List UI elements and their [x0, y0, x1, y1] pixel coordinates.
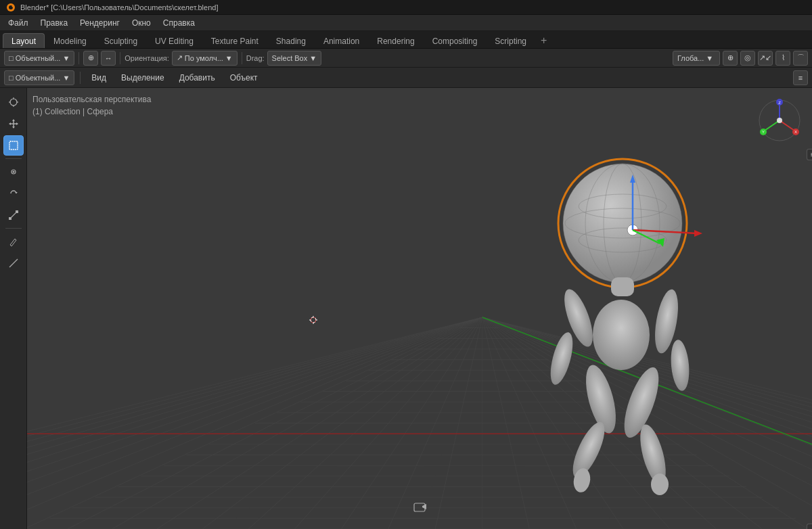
mode-dropdown-icon: ▼ [62, 54, 70, 62]
viewport-settings-icon[interactable]: ≡ [793, 70, 808, 85]
select-box-label: Select Box [272, 54, 308, 62]
rotate-tool[interactable] [3, 183, 24, 204]
window-title: Blender* [C:\Users\Пользователь\Document… [20, 3, 218, 12]
pivot-btn[interactable]: ⊕ [83, 51, 98, 66]
menu-help[interactable]: Справка [158, 17, 200, 29]
tab-scripting[interactable]: Scripting [486, 33, 535, 48]
header-view[interactable]: Вид [86, 72, 112, 84]
svg-point-3 [10, 99, 17, 106]
mode-select-dropdown[interactable]: □ Объектный... ▼ [4, 51, 74, 66]
collection-label: (1) Collection | Сфера [32, 106, 151, 118]
header-object[interactable]: Объект [225, 72, 263, 84]
menu-edit[interactable]: Правка [35, 17, 74, 29]
header-mode-icon: □ [9, 74, 14, 82]
toolbar-row: □ Объектный... ▼ ⊕ ↔ Ориентация: ↗ По ум… [0, 49, 812, 68]
header-sep-1 [80, 72, 81, 84]
header-add[interactable]: Добавить [174, 72, 221, 84]
svg-text:X: X [794, 130, 797, 134]
menu-file[interactable]: Файл [3, 17, 34, 29]
separator-1 [78, 52, 79, 64]
tab-layout[interactable]: Layout [3, 33, 45, 48]
menu-bar: Файл Правка Рендеринг Окно Справка [0, 15, 812, 31]
perspective-label: Пользовательская перспектива [32, 93, 151, 106]
menu-render[interactable]: Рендеринг [74, 17, 125, 29]
orientation-icon: ↗ [177, 53, 183, 62]
measure-tool[interactable] [3, 253, 24, 273]
navigation-gizmo[interactable]: Z X Y [752, 93, 807, 147]
svg-rect-20 [16, 210, 18, 213]
svg-rect-14 [9, 141, 18, 150]
header-select[interactable]: Выделение [116, 72, 170, 84]
svg-point-54 [593, 300, 650, 370]
tab-sculpting[interactable]: Sculpting [95, 33, 146, 48]
transform-tool[interactable] [3, 162, 24, 182]
mode-label: Объектный... [16, 54, 61, 62]
orientation-value: По умолч... [185, 54, 223, 62]
svg-marker-13 [16, 122, 18, 125]
svg-point-64 [651, 474, 669, 495]
toolbar-icon-3[interactable]: ⌒ [793, 51, 808, 66]
svg-marker-50 [694, 230, 702, 237]
svg-text:Y: Y [762, 130, 765, 134]
orientation-dropdown[interactable]: ↗ По умолч... ▼ [172, 51, 238, 66]
tab-modeling[interactable]: Modeling [45, 33, 95, 48]
move-btn[interactable]: ↔ [101, 51, 116, 66]
zoom-out-btn[interactable]: − [807, 524, 812, 529]
gizmo-btn[interactable]: ≡ [807, 149, 812, 160]
svg-point-36 [777, 118, 782, 123]
svg-line-25 [16, 259, 18, 260]
svg-marker-17 [15, 192, 18, 193]
move-tool[interactable] [3, 114, 24, 134]
3d-cursor [308, 315, 319, 325]
header-info-row: □ Объектный... ▼ Вид Выделение Добавить … [0, 68, 812, 88]
menu-window[interactable]: Окно [127, 17, 156, 29]
svg-point-66 [311, 317, 316, 323]
tab-compositing[interactable]: Compositing [424, 33, 487, 48]
tool-separator-1 [5, 158, 22, 159]
annotate-tool[interactable] [3, 231, 24, 252]
separator-3 [242, 52, 242, 64]
viewport[interactable]: Пользовательская перспектива (1) Collect… [27, 88, 812, 529]
global-dropdown[interactable]: Глоба... ▼ [673, 51, 720, 66]
tab-animation[interactable]: Animation [315, 33, 368, 48]
svg-point-58 [669, 339, 692, 392]
svg-marker-72 [422, 504, 426, 509]
svg-line-24 [9, 266, 11, 267]
separator-2 [120, 52, 120, 64]
snapping-btn[interactable]: ⊕ [723, 51, 738, 66]
character-scene [453, 142, 792, 529]
svg-text:Z: Z [778, 101, 781, 105]
blender-logo [5, 2, 16, 13]
workspace-tabs: Layout Modeling Sculpting UV Editing Tex… [0, 31, 812, 49]
tab-texture-paint[interactable]: Texture Paint [202, 33, 267, 48]
svg-line-22 [15, 239, 16, 240]
svg-point-38 [563, 164, 682, 283]
viewport-top-right: Z X Y [752, 93, 807, 147]
select-box-dropdown[interactable]: Select Box ▼ [267, 51, 321, 66]
global-label: Глоба... [677, 54, 704, 62]
proportional-btn[interactable]: ◎ [740, 51, 755, 66]
left-toolbar [0, 88, 27, 529]
mode-icon: □ [9, 54, 14, 62]
toolbar-icon-1[interactable]: ↗↙ [758, 51, 773, 66]
title-bar: Blender* [C:\Users\Пользователь\Document… [0, 0, 812, 15]
viewport-info: Пользовательская перспектива (1) Collect… [32, 93, 151, 118]
svg-marker-12 [9, 122, 11, 125]
svg-rect-21 [9, 217, 12, 220]
toolbar-icon-2[interactable]: ⌇ [775, 51, 790, 66]
drag-label: Drag: [246, 54, 265, 62]
add-tab-button[interactable]: + [535, 33, 552, 48]
svg-marker-10 [12, 119, 15, 121]
tab-shading[interactable]: Shading [267, 33, 315, 48]
svg-point-16 [12, 171, 14, 173]
tab-rendering[interactable]: Rendering [368, 33, 423, 48]
scale-tool[interactable] [3, 205, 24, 225]
header-mode-btn[interactable]: □ Объектный... ▼ [4, 70, 74, 85]
tab-uv-editing[interactable]: UV Editing [146, 33, 202, 48]
svg-point-56 [546, 330, 577, 387]
cursor-tool[interactable] [3, 92, 24, 112]
svg-rect-53 [611, 277, 634, 296]
orientation-label: Ориентация: [125, 54, 169, 62]
select-tool[interactable] [3, 135, 24, 156]
camera-icon [413, 500, 426, 515]
